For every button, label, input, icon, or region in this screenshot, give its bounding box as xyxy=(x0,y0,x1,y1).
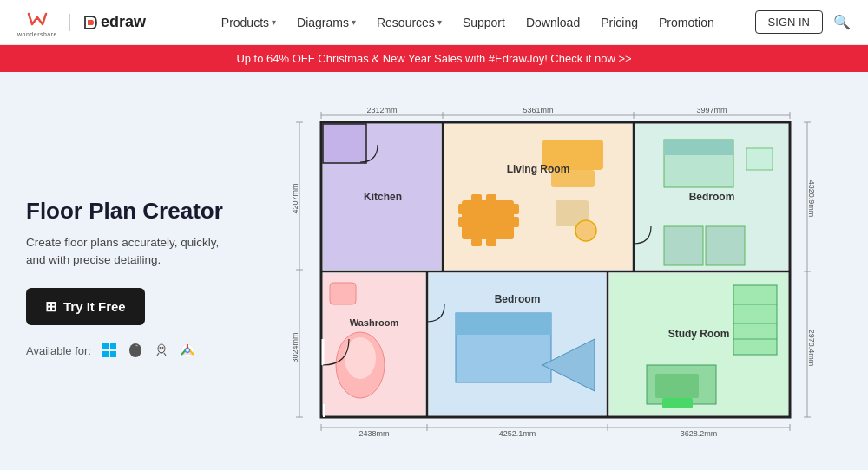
svg-rect-62 xyxy=(471,194,482,202)
svg-point-8 xyxy=(161,347,163,349)
svg-rect-61 xyxy=(512,217,519,227)
svg-rect-75 xyxy=(664,226,703,265)
svg-rect-54 xyxy=(323,124,366,163)
svg-text:5361mm: 5361mm xyxy=(523,106,553,114)
svg-rect-4 xyxy=(110,351,116,357)
svg-rect-90 xyxy=(655,374,699,398)
page-title: Floor Plan Creator xyxy=(26,197,226,225)
svg-text:Bedroom: Bedroom xyxy=(495,293,541,305)
svg-text:3024mm: 3024mm xyxy=(291,332,299,362)
svg-rect-60 xyxy=(512,204,519,214)
left-panel: Floor Plan Creator Create floor plans ac… xyxy=(0,72,243,467)
svg-rect-63 xyxy=(486,194,496,202)
svg-rect-3 xyxy=(102,351,108,357)
sign-in-button[interactable]: SIGN IN xyxy=(755,10,823,34)
logo-divider xyxy=(69,14,70,31)
windows-icon: ⊞ xyxy=(45,298,56,315)
svg-text:Washroom: Washroom xyxy=(350,317,399,328)
wondershare-logo: wondershare xyxy=(17,7,57,37)
svg-text:2312mm: 2312mm xyxy=(366,106,397,114)
svg-rect-65 xyxy=(486,238,496,246)
svg-point-7 xyxy=(159,347,161,349)
svg-rect-1 xyxy=(102,343,108,349)
svg-rect-97 xyxy=(323,404,326,417)
svg-rect-58 xyxy=(458,204,465,214)
nav-support[interactable]: Support xyxy=(454,10,514,35)
svg-rect-85 xyxy=(456,313,551,335)
floor-plan-area: 2312mm 5361mm 3997mm 4207mm 3024mm xyxy=(243,72,868,467)
nav-pricing[interactable]: Pricing xyxy=(592,10,647,35)
page-subtitle: Create floor plans accurately, quickly, … xyxy=(26,234,226,270)
edraw-logo: edraw xyxy=(82,13,146,31)
svg-text:Living Room: Living Room xyxy=(507,163,570,175)
edraw-text: edraw xyxy=(101,13,146,31)
svg-rect-57 xyxy=(462,200,514,239)
svg-text:Study Room: Study Room xyxy=(668,328,730,340)
try-it-free-button[interactable]: ⊞ Try It Free xyxy=(26,288,145,325)
svg-rect-91 xyxy=(733,285,777,355)
floor-plan-wrapper: 2312mm 5361mm 3997mm 4207mm 3024mm xyxy=(273,96,829,443)
nav-right: SIGN IN 🔍 xyxy=(755,10,851,34)
svg-rect-73 xyxy=(664,140,733,155)
svg-text:4207mm: 4207mm xyxy=(291,183,299,213)
chevron-down-icon: ▾ xyxy=(352,17,356,27)
logo-area: wondershare edraw xyxy=(17,7,146,37)
svg-rect-64 xyxy=(471,238,482,246)
nav-diagrams[interactable]: Diagrams ▾ xyxy=(288,10,365,35)
svg-point-5 xyxy=(129,343,141,357)
svg-text:4252.1mm: 4252.1mm xyxy=(499,429,536,438)
header: wondershare edraw Products ▾ Diagrams ▾ … xyxy=(0,0,868,45)
nav-products[interactable]: Products ▾ xyxy=(213,10,285,35)
available-for: Available for: xyxy=(26,341,226,360)
svg-rect-95 xyxy=(662,398,693,408)
search-icon[interactable]: 🔍 xyxy=(833,14,851,30)
mac-os-icon xyxy=(126,341,145,360)
svg-rect-59 xyxy=(458,217,465,227)
floor-plan-svg: 2312mm 5361mm 3997mm 4207mm 3024mm xyxy=(273,96,829,443)
chevron-down-icon: ▾ xyxy=(272,17,276,27)
svg-point-12 xyxy=(186,349,189,352)
svg-text:Bedroom: Bedroom xyxy=(689,191,735,203)
wondershare-text: wondershare xyxy=(17,31,57,37)
svg-text:Kitchen: Kitchen xyxy=(364,191,402,203)
nav-promotion[interactable]: Promotion xyxy=(650,10,723,35)
svg-rect-74 xyxy=(746,148,773,170)
svg-point-69 xyxy=(575,220,596,241)
svg-point-80 xyxy=(345,337,376,379)
windows-os-icon xyxy=(100,341,119,360)
chrome-os-icon xyxy=(178,341,197,360)
nav-resources[interactable]: Resources ▾ xyxy=(368,10,450,35)
svg-text:4320.9mm: 4320.9mm xyxy=(807,180,816,218)
svg-rect-76 xyxy=(706,226,745,265)
svg-text:2978.4mm: 2978.4mm xyxy=(807,330,816,367)
main-nav: Products ▾ Diagrams ▾ Resources ▾ Suppor… xyxy=(181,10,755,35)
svg-rect-81 xyxy=(330,283,356,304)
chevron-down-icon: ▾ xyxy=(437,17,442,27)
nav-download[interactable]: Download xyxy=(517,10,589,35)
svg-text:3997mm: 3997mm xyxy=(696,106,727,114)
svg-text:2438mm: 2438mm xyxy=(358,429,389,438)
svg-text:3628.2mm: 3628.2mm xyxy=(681,429,718,438)
svg-rect-2 xyxy=(110,343,116,349)
linux-os-icon xyxy=(152,341,171,360)
os-icons xyxy=(100,341,197,360)
main-content: Floor Plan Creator Create floor plans ac… xyxy=(0,72,868,467)
promo-banner[interactable]: Up to 64% OFF Christmas & New Year Sales… xyxy=(0,45,868,72)
